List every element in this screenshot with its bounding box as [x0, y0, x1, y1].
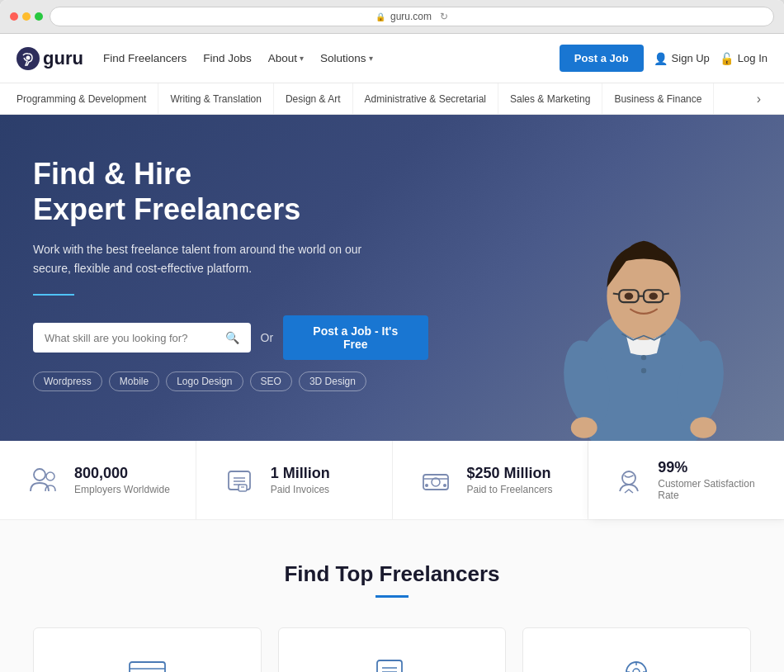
svg-point-31 [622, 471, 635, 485]
close-dot[interactable] [10, 12, 18, 21]
post-job-button[interactable]: Post a Job [560, 45, 644, 72]
svg-rect-32 [130, 662, 165, 672]
signup-button[interactable]: 👤 Sign Up [654, 52, 710, 65]
nav-links: Find Freelancers Find Jobs About ▾ Solut… [103, 52, 540, 64]
logo-text: guru [43, 48, 83, 69]
svg-rect-37 [377, 660, 402, 672]
card-writing[interactable]: Writing & Translation 391,937 Freelancer… [278, 627, 507, 672]
search-row: 🔍 Or Post a Job - It's Free [33, 315, 428, 360]
svg-point-30 [443, 484, 446, 487]
stat-employers-number: 800,000 [74, 465, 170, 482]
svg-point-17 [690, 417, 716, 438]
stat-paid-text: $250 Million Paid to Freelancers [467, 465, 553, 495]
svg-point-44 [633, 669, 640, 672]
design-icon [612, 651, 662, 672]
signup-icon: 👤 [654, 52, 668, 65]
cat-more-button[interactable]: › [750, 92, 767, 106]
stat-employers-text: 800,000 Employers Worldwide [74, 465, 170, 495]
nav-find-freelancers[interactable]: Find Freelancers [103, 52, 187, 64]
stat-invoices: 1 Million Paid Invoices [196, 441, 393, 519]
hero-underline [33, 294, 74, 296]
hero-subtitle: Work with the best freelance talent from… [33, 240, 380, 277]
paid-icon [418, 462, 454, 499]
freelancers-section: Find Top Freelancers </> Programming & D… [0, 520, 784, 672]
tag-3d-design[interactable]: 3D Design [299, 371, 366, 391]
svg-rect-24 [239, 485, 247, 491]
stat-satisfaction-label: Customer Satisfaction Rate [658, 478, 759, 501]
person-svg [512, 160, 776, 441]
browser-window: 🔒 guru.com ↻ guru Find Freelancers Find … [0, 0, 784, 672]
section-title: Find Top Freelancers [33, 561, 751, 587]
login-button[interactable]: 🔓 Log In [720, 52, 767, 65]
search-icon: 🔍 [225, 331, 239, 344]
stats-row: 800,000 Employers Worldwide 1 Million Pa… [0, 441, 784, 520]
svg-point-18 [34, 469, 45, 480]
svg-point-10 [625, 293, 634, 301]
writing-icon [367, 651, 417, 672]
maximize-dot[interactable] [35, 12, 43, 21]
cat-writing[interactable]: Writing & Translation [158, 83, 274, 114]
hero-post-job-button[interactable]: Post a Job - It's Free [283, 315, 427, 360]
stat-paid-number: $250 Million [467, 465, 553, 482]
stat-satisfaction-number: 99% [658, 459, 759, 476]
svg-line-9 [663, 294, 668, 295]
hero-section: Find & Hire Expert Freelancers Work with… [0, 115, 784, 441]
tag-logo-design[interactable]: Logo Design [166, 371, 243, 391]
nav-actions: Post a Job 👤 Sign Up 🔓 Log In [560, 45, 767, 72]
url-text: guru.com [390, 11, 432, 22]
tag-mobile[interactable]: Mobile [109, 371, 159, 391]
card-design[interactable]: Design & Art 320,320 Freelancers [522, 627, 751, 672]
stat-invoices-label: Paid Invoices [271, 484, 330, 495]
stat-invoices-text: 1 Million Paid Invoices [271, 465, 330, 495]
svg-point-11 [649, 293, 658, 301]
code-icon: </> [122, 651, 172, 672]
browser-controls [10, 12, 43, 21]
stat-satisfaction-text: 99% Customer Satisfaction Rate [658, 459, 759, 501]
hero-content: Find & Hire Expert Freelancers Work with… [33, 156, 428, 391]
svg-point-13 [641, 368, 646, 373]
nav-find-jobs[interactable]: Find Jobs [203, 52, 252, 64]
stat-invoices-number: 1 Million [271, 465, 330, 482]
cat-programming[interactable]: Programming & Development [17, 83, 158, 114]
svg-point-29 [425, 484, 428, 487]
logo-icon [17, 47, 40, 70]
stat-employers-label: Employers Worldwide [74, 484, 170, 495]
stat-employers: 800,000 Employers Worldwide [0, 441, 196, 519]
cat-design[interactable]: Design & Art [274, 83, 353, 114]
search-input[interactable] [45, 332, 219, 344]
refresh-icon: ↻ [440, 11, 448, 22]
employers-icon [25, 462, 61, 499]
navbar: guru Find Freelancers Find Jobs About ▾ … [0, 34, 784, 83]
svg-point-19 [46, 472, 54, 480]
freelancer-cards: </> Programming & Development 528,293 Fr… [33, 627, 751, 672]
hero-person-image [432, 115, 785, 441]
login-icon: 🔓 [720, 52, 734, 65]
svg-point-1 [26, 55, 31, 59]
svg-line-8 [613, 294, 619, 295]
tag-seo[interactable]: SEO [250, 371, 292, 391]
hero-title: Find & Hire Expert Freelancers [33, 156, 428, 227]
invoices-icon [221, 462, 257, 499]
card-programming[interactable]: </> Programming & Development 528,293 Fr… [33, 627, 262, 672]
tag-wordpress[interactable]: Wordpress [33, 371, 102, 391]
nav-solutions[interactable]: Solutions ▾ [320, 52, 373, 64]
section-underline [375, 595, 409, 598]
svg-rect-26 [423, 475, 448, 490]
or-text: Or [261, 331, 274, 344]
stat-paid-label: Paid to Freelancers [467, 484, 553, 495]
stat-paid: $250 Million Paid to Freelancers [393, 441, 589, 519]
browser-chrome: 🔒 guru.com ↻ [0, 0, 784, 34]
category-bar: Programming & Development Writing & Tran… [0, 83, 784, 115]
minimize-dot[interactable] [22, 12, 31, 21]
address-bar[interactable]: 🔒 guru.com ↻ [50, 7, 774, 26]
svg-point-16 [571, 417, 597, 438]
cat-business[interactable]: Business & Finance [602, 83, 714, 114]
about-arrow: ▾ [300, 54, 304, 63]
logo[interactable]: guru [17, 47, 83, 70]
svg-point-12 [641, 355, 646, 360]
cat-admin[interactable]: Administrative & Secretarial [353, 83, 498, 114]
nav-about[interactable]: About ▾ [268, 52, 304, 64]
search-box: 🔍 [33, 323, 251, 353]
cat-sales[interactable]: Sales & Marketing [498, 83, 602, 114]
lock-icon: 🔒 [375, 12, 385, 21]
